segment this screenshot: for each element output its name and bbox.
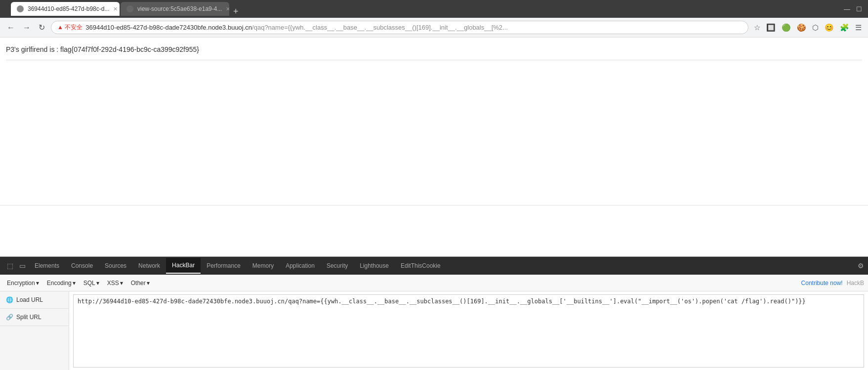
maximize-button[interactable]: ☐ xyxy=(854,4,864,14)
hackbar-url-input[interactable] xyxy=(73,294,864,368)
toolbar-icons: ☆ 🔲 🟢 🍪 ⬡ 😊 🧩 ☰ xyxy=(752,22,863,34)
profile-icon-2[interactable]: 🟢 xyxy=(780,22,792,34)
extension-icon-3[interactable]: 😊 xyxy=(823,22,835,34)
load-url-icon: 🌐 xyxy=(6,296,13,303)
xss-menu[interactable]: XSS ▾ xyxy=(104,279,126,288)
address-bar[interactable]: ▲ 不安全 36944d10-ed85-427d-b98c-dade72430b… xyxy=(51,21,748,34)
tab-editthiscookie[interactable]: EditThisCookie xyxy=(395,258,447,273)
tab-close-2[interactable]: ✕ xyxy=(226,6,229,12)
tab-active[interactable]: 36944d10-ed85-427d-b98c-d... ✕ xyxy=(11,2,120,16)
extension-icon-1[interactable]: 🍪 xyxy=(795,22,808,34)
minimize-button[interactable]: — xyxy=(842,4,852,14)
menu-button[interactable]: ☰ xyxy=(854,22,863,34)
tab-network[interactable]: Network xyxy=(132,258,166,273)
tab-elements[interactable]: Elements xyxy=(29,258,65,273)
page-flag-text: P3's girlfirend is : flag{074f7f0f-292d-… xyxy=(6,45,199,53)
encoding-menu[interactable]: Encoding ▾ xyxy=(44,279,79,288)
security-warning-icon: ▲ 不安全 xyxy=(57,23,83,32)
tab-label-1: 36944d10-ed85-427d-b98c-d... xyxy=(28,5,109,12)
extension-icon-2[interactable]: ⬡ xyxy=(811,22,820,34)
tab-memory[interactable]: Memory xyxy=(247,258,280,273)
encryption-label: Encryption xyxy=(7,280,35,287)
devtools-panel: ⬚ ▭ Elements Console Sources Network Hac… xyxy=(0,256,868,370)
tab-security[interactable]: Security xyxy=(321,258,354,273)
sql-label: SQL xyxy=(83,280,95,287)
profile-icon-1[interactable]: 🔲 xyxy=(765,22,777,34)
encoding-dropdown-icon: ▾ xyxy=(73,280,76,287)
tab-close-1[interactable]: ✕ xyxy=(113,6,118,12)
devtools-gear-button[interactable]: ⚙ xyxy=(858,262,864,270)
address-domain: 36944d10-ed85-427d-b98c-dade72430bfe.nod… xyxy=(85,24,252,31)
contribute-link[interactable]: Contribute now! xyxy=(801,280,843,287)
load-url-button[interactable]: 🌐 Load URL xyxy=(0,291,69,309)
devtools-tab-bar: ⬚ ▭ Elements Console Sources Network Hac… xyxy=(0,257,868,275)
extension-icon-4[interactable]: 🧩 xyxy=(838,22,851,34)
other-label: Other xyxy=(131,280,146,287)
tab-bar: 36944d10-ed85-427d-b98c-d... ✕ view-sour… xyxy=(11,2,839,16)
other-menu[interactable]: Other ▾ xyxy=(128,279,153,288)
hackbar-body: 🌐 Load URL 🔗 Split URL xyxy=(0,291,868,370)
split-url-icon: 🔗 xyxy=(6,314,13,321)
tab-favicon-2 xyxy=(126,5,133,12)
split-url-label: Split URL xyxy=(16,314,41,321)
address-path: /qaq?name={{ywh.__class__.__base__.__sub… xyxy=(252,24,508,31)
hackbar-main xyxy=(69,291,868,370)
hackbar-brand: HackB xyxy=(847,280,864,287)
encryption-dropdown-icon: ▾ xyxy=(36,280,39,287)
encoding-label: Encoding xyxy=(47,280,72,287)
hackbar-toolbar: Encryption ▾ Encoding ▾ SQL ▾ XSS ▾ Othe… xyxy=(0,275,868,291)
star-button[interactable]: ☆ xyxy=(752,22,762,34)
tab-performance[interactable]: Performance xyxy=(201,258,247,273)
tab-2[interactable]: view-source:5c5ae638-e1a9-4... ✕ xyxy=(121,2,229,16)
browser-chrome: 36944d10-ed85-427d-b98c-d... ✕ view-sour… xyxy=(0,0,868,18)
hackbar-sidebar: 🌐 Load URL 🔗 Split URL xyxy=(0,291,69,370)
new-tab-button[interactable]: + xyxy=(230,7,242,16)
encryption-menu[interactable]: Encryption ▾ xyxy=(4,279,42,288)
page-content: P3's girlfirend is : flag{074f7f0f-292d-… xyxy=(0,38,868,206)
xss-label: XSS xyxy=(107,280,119,287)
back-button[interactable]: ← xyxy=(5,21,17,34)
tab-console[interactable]: Console xyxy=(65,258,99,273)
tab-label-2: view-source:5c5ae638-e1a9-4... xyxy=(137,5,222,12)
tab-lighthouse[interactable]: Lighthouse xyxy=(354,258,395,273)
load-url-label: Load URL xyxy=(16,296,43,303)
split-url-button[interactable]: 🔗 Split URL xyxy=(0,309,69,326)
sql-menu[interactable]: SQL ▾ xyxy=(81,279,102,288)
tab-hackbar[interactable]: HackBar xyxy=(166,258,201,274)
tab-favicon-1 xyxy=(17,5,24,12)
other-dropdown-icon: ▾ xyxy=(147,280,150,287)
address-text: 36944d10-ed85-427d-b98c-dade72430bfe.nod… xyxy=(85,24,508,31)
sql-dropdown-icon: ▾ xyxy=(96,280,99,287)
refresh-button[interactable]: ↻ xyxy=(37,21,47,34)
devtools-device-icon[interactable]: ▭ xyxy=(16,260,29,272)
forward-button[interactable]: → xyxy=(21,21,33,34)
devtools-inspect-icon[interactable]: ⬚ xyxy=(4,260,16,272)
tab-application[interactable]: Application xyxy=(280,258,321,273)
xss-dropdown-icon: ▾ xyxy=(120,280,123,287)
tab-sources[interactable]: Sources xyxy=(99,258,132,273)
address-bar-row: ← → ↻ ▲ 不安全 36944d10-ed85-427d-b98c-dade… xyxy=(0,18,868,38)
window-controls-right: — ☐ xyxy=(842,4,864,14)
